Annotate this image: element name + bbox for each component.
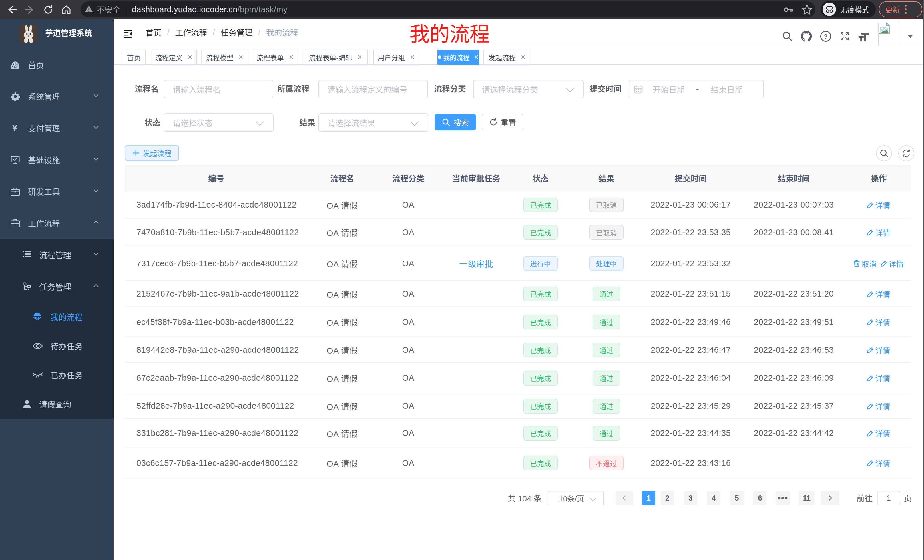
svg-text:¥: ¥ bbox=[12, 123, 17, 133]
svg-text:?: ? bbox=[824, 33, 828, 40]
